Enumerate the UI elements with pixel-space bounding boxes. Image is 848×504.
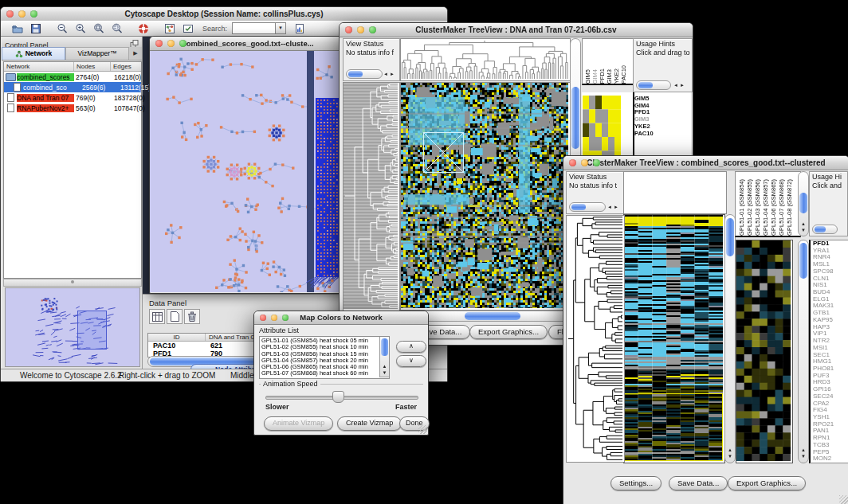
panel-divider[interactable]	[3, 279, 142, 287]
scroll-left-arrow[interactable]: ◄	[607, 205, 612, 209]
tv2-global-vscrollbar[interactable]: ▲ ▼	[724, 214, 736, 463]
annotation-icon[interactable]	[179, 21, 196, 36]
open-file-icon[interactable]	[9, 21, 26, 36]
scrollbar-thumb[interactable]	[815, 226, 826, 232]
close-button[interactable]	[6, 10, 14, 18]
scrollbar-thumb[interactable]	[799, 193, 807, 213]
tv2-labels-vscrollbar[interactable]: ▲ ▼	[798, 171, 809, 236]
scrollbar-thumb[interactable]	[799, 243, 807, 279]
minimize-button[interactable]	[167, 40, 175, 47]
tv1-row-dendrogram-canvas[interactable]	[344, 83, 398, 309]
scroll-right-arrow[interactable]: ►	[680, 83, 685, 88]
divider-handle[interactable]	[71, 280, 74, 283]
search-field-value[interactable]	[233, 23, 275, 33]
zoom-button[interactable]	[30, 10, 37, 18]
animate-vizmap-button[interactable]: Animate Vizmap	[264, 416, 333, 431]
network-overview-canvas[interactable]	[5, 287, 140, 367]
tv1-heatmap-canvas[interactable]	[401, 83, 568, 308]
report-icon[interactable]	[291, 21, 308, 36]
zoom-fit-icon[interactable]	[90, 21, 107, 36]
scrollbar-thumb[interactable]	[571, 204, 586, 210]
zoom-button[interactable]	[593, 159, 600, 166]
tv2-save-data-button[interactable]: Save Data...	[669, 476, 728, 490]
matrix-column-label[interactable]: GPL51-08 (GSM872)	[786, 179, 794, 236]
save-icon[interactable]	[27, 21, 44, 36]
tv2-settings-button[interactable]: Settings...	[610, 476, 662, 490]
column-id[interactable]: ID	[148, 334, 206, 341]
resize-grip[interactable]	[839, 495, 848, 504]
zoom-in-icon[interactable]	[72, 21, 88, 36]
scrollbar-thumb[interactable]	[638, 82, 653, 88]
column-edges[interactable]: Edges	[111, 62, 139, 71]
network-row[interactable]: RNAPuberNov2+563(0)107847(0)	[4, 103, 141, 113]
tv2-row-dendrogram-canvas[interactable]	[566, 215, 625, 463]
select-attributes-icon[interactable]	[149, 309, 165, 324]
resize-grip[interactable]	[418, 425, 427, 434]
scroll-up-arrow[interactable]: ▲	[728, 447, 732, 452]
move-up-button[interactable]: ∧	[396, 341, 426, 353]
attribute-list-item[interactable]: GPL51-07 (GSM868) heat shock 60 min	[260, 370, 379, 377]
close-button[interactable]	[569, 159, 576, 166]
tv1-export-graphics-button[interactable]: Export Graphics...	[469, 325, 548, 339]
matrix-column-label[interactable]: GPL51-02 (GSM855)	[746, 179, 754, 236]
main-title-bar[interactable]: Cytoscape Desktop (Session Name: collins…	[1, 7, 447, 21]
close-button[interactable]	[345, 26, 352, 33]
close-button[interactable]	[155, 40, 163, 47]
scroll-down-arrow[interactable]: ▼	[383, 370, 387, 375]
zoom-button[interactable]	[179, 40, 186, 47]
vizmapper-icon[interactable]	[161, 21, 178, 36]
tab-overflow-arrow[interactable]: ▶	[129, 47, 142, 60]
scrollbar-thumb[interactable]	[348, 71, 363, 77]
help-lifesaver-icon[interactable]	[135, 21, 151, 36]
scrollbar-thumb[interactable]	[726, 218, 734, 256]
minimize-button[interactable]	[271, 315, 277, 321]
scroll-down-arrow[interactable]: ▼	[801, 454, 806, 459]
move-down-button[interactable]: ∨	[396, 355, 426, 367]
matrix-column-label[interactable]: GPL51-06 (GSM865)	[770, 179, 778, 236]
speed-slider-thumb[interactable]	[332, 391, 344, 403]
tv2-global-heatmap-canvas[interactable]	[624, 215, 723, 461]
network-row[interactable]: DNA and Tran 07769(0)183728(0)	[4, 92, 141, 103]
scroll-right-arrow[interactable]: ►	[614, 205, 618, 209]
search-dropdown-arrow[interactable]: ▼	[275, 23, 285, 33]
tv2-hints-hscrollbar[interactable]	[812, 225, 838, 234]
matrix-column-label[interactable]: GIM5	[584, 69, 591, 84]
scrollbar-thumb[interactable]	[381, 338, 388, 356]
delete-attribute-trash-icon[interactable]	[184, 309, 200, 324]
minimize-button[interactable]	[581, 159, 588, 166]
attribute-listbox[interactable]: GPL51-01 (GSM854) heat shock 05 minGPL51…	[259, 336, 390, 379]
scroll-up-arrow[interactable]: ▲	[801, 221, 806, 226]
scroll-right-arrow[interactable]: ►	[390, 72, 395, 76]
matrix-column-label[interactable]: GPL51-07 (GSM868)	[778, 179, 786, 236]
search-input[interactable]: ▼	[232, 22, 286, 34]
matrix-column-label[interactable]: GPL51-04 (GSM857)	[762, 179, 770, 236]
tv2-export-graphics-button[interactable]: Export Graphics...	[728, 476, 806, 490]
tv1-column-dendrogram-canvas[interactable]	[401, 39, 568, 79]
tv1-status-hscrollbar[interactable]	[346, 69, 383, 79]
matrix-column-label[interactable]: PFD1	[599, 68, 606, 84]
zoom-out-icon[interactable]	[53, 21, 70, 36]
scrollbar-thumb[interactable]	[571, 87, 579, 149]
treeview2-title-bar[interactable]: ClusterMaker TreeView : combined_scores_…	[563, 156, 848, 170]
network-window-title-bar[interactable]: combined_scores_good.txt--cluste...	[150, 37, 346, 51]
zoom-button[interactable]	[369, 26, 376, 33]
scroll-left-arrow[interactable]: ◄	[383, 72, 388, 76]
matrix-column-label[interactable]: YKE2	[613, 68, 620, 84]
matrix-column-label[interactable]: GIM4	[591, 69, 599, 84]
zoom-selected-icon[interactable]	[108, 21, 125, 36]
tv2-status-hscrollbar[interactable]	[569, 202, 606, 212]
minimize-button[interactable]	[357, 26, 364, 33]
matrix-row-label[interactable]: PAC10	[634, 131, 654, 138]
tv1-hints-hscrollbar[interactable]	[636, 80, 671, 90]
scrollbar-thumb[interactable]	[465, 312, 520, 320]
listbox-vscrollbar[interactable]: ▲ ▼	[379, 337, 389, 377]
scroll-down-arrow[interactable]: ▼	[801, 228, 806, 232]
zoom-button[interactable]	[282, 315, 289, 321]
matrix-column-label[interactable]: PAC10	[620, 65, 627, 84]
tv2-zoom-vscrollbar[interactable]: ▲ ▼	[798, 240, 809, 463]
column-nodes[interactable]: Nodes	[74, 62, 111, 71]
network-row[interactable]: combined_sco2569(6)13112(15)	[4, 82, 141, 92]
gene-label[interactable]: MON2	[811, 455, 848, 463]
network-row[interactable]: combined_scores2764(0)16218(0)	[4, 72, 141, 82]
matrix-column-label[interactable]: GPL51-03 (GSM856)	[754, 179, 762, 236]
